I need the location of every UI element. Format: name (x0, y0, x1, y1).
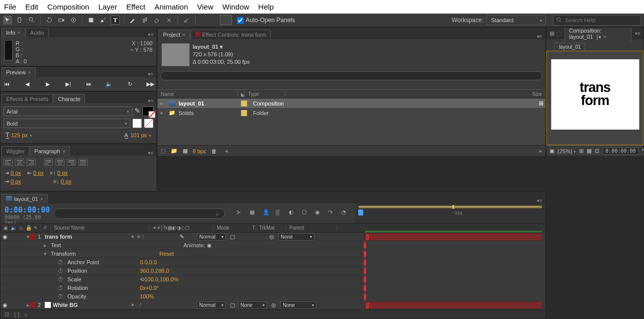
first-line-indent-value[interactable]: 0 px (11, 178, 21, 184)
project-search-input[interactable] (160, 71, 542, 80)
zoom-tool[interactable] (27, 16, 36, 25)
tab-character[interactable]: Characte (53, 94, 85, 103)
nested-comp-tab[interactable]: layout_01 (554, 43, 585, 51)
no-stroke-icon[interactable] (144, 119, 153, 128)
menu-composition[interactable]: Composition (47, 3, 89, 11)
viewer-timecode[interactable]: 0:00:00:00 (602, 147, 638, 155)
col-label[interactable]: ◣ (238, 91, 245, 97)
align-center-button[interactable] (15, 159, 24, 166)
toggle-switches-icon[interactable]: ⊡ (5, 311, 9, 317)
eyedropper-icon[interactable]: ✎ (134, 107, 140, 116)
first-frame-button[interactable]: ⏮ (3, 80, 11, 88)
zoom-dropdown[interactable]: (25%) (557, 148, 576, 154)
snap-icon[interactable]: ◔ (341, 209, 350, 218)
tab-info[interactable]: Info× (2, 28, 25, 37)
layer-transform-group[interactable]: ▾TransformReset (1, 250, 363, 258)
grid-icon[interactable]: ▦ (587, 148, 592, 154)
parent-pickwhip-icon[interactable]: ◎ (269, 234, 274, 240)
prop-value[interactable]: 360.0,288.0 (140, 268, 169, 274)
animate-menu[interactable]: Animate: ◉ (184, 242, 212, 249)
clone-tool[interactable] (140, 16, 149, 25)
edit-icon[interactable]: ✎ (180, 234, 184, 240)
parent-pickwhip-icon[interactable]: ◎ (271, 302, 276, 308)
justify-all-button[interactable] (78, 159, 88, 166)
col-size[interactable]: Size (285, 91, 545, 97)
workspace-dropdown[interactable]: Standard (487, 15, 546, 25)
camera-tool[interactable] (57, 16, 66, 25)
parent-dropdown[interactable]: None▾ (280, 301, 316, 309)
current-time-display[interactable]: 0:00:00:00 00000 (25.00 fps) (1, 203, 51, 223)
bpc-toggle[interactable]: 8 bpc (193, 148, 206, 154)
font-size-value[interactable]: 125 px (11, 132, 28, 138)
puppet-tool[interactable] (182, 16, 191, 25)
menu-layer[interactable]: Layer (98, 3, 117, 11)
snapshot-icon[interactable]: 📷 (642, 148, 644, 154)
auto-open-checkbox[interactable] (237, 17, 244, 24)
pen-tool[interactable] (99, 16, 108, 25)
stopwatch-icon[interactable]: ⏱ (56, 268, 65, 274)
justify-last-center-button[interactable] (55, 159, 64, 166)
panel-menu-icon[interactable]: ▾≡ (632, 31, 643, 36)
playhead[interactable] (358, 209, 363, 216)
prop-value[interactable]: 100% (140, 293, 154, 299)
viewer-lock-icon[interactable]: ▦ (549, 30, 554, 37)
tab-paragraph[interactable]: Paragraph× (30, 146, 70, 156)
trkmat-dropdown[interactable]: None▾ (238, 301, 267, 309)
new-folder-icon[interactable]: 📁 (171, 148, 178, 154)
indent-right-value[interactable]: 0 px (33, 170, 44, 176)
eraser-tool[interactable] (152, 16, 162, 25)
justify-last-right-button[interactable] (67, 159, 76, 166)
timeline-search-input[interactable] (54, 208, 225, 219)
project-comp-name[interactable]: layout_01 ▾ (193, 43, 250, 51)
prop-value[interactable]: 0.0,0.0 (140, 259, 157, 265)
auto-keyframe-icon[interactable]: ◉ (315, 209, 324, 218)
shy-icon[interactable]: 👤 (263, 209, 272, 218)
prop-value[interactable]: 100.0,100.0% (144, 276, 179, 282)
project-item-solids[interactable]: ▸📁 Solids Folder (157, 108, 545, 118)
leading-value[interactable]: 101 px (130, 132, 147, 138)
menu-animation[interactable]: Animation (154, 3, 188, 11)
preserve-transparency-toggle[interactable]: ▢ (230, 234, 235, 240)
panel-menu-icon[interactable]: ▾≡ (534, 34, 545, 39)
last-frame-button[interactable]: ⏭ (85, 80, 93, 88)
layer-color-swatch[interactable] (30, 234, 36, 240)
align-right-button[interactable] (27, 159, 36, 166)
help-search-input[interactable] (565, 17, 638, 23)
visibility-toggle[interactable]: ◉ (1, 302, 7, 308)
loop-button[interactable]: ↻ (126, 80, 134, 88)
trash-icon[interactable]: 🗑 (211, 148, 217, 154)
indent-left-value[interactable]: 0 px (11, 170, 21, 176)
timeline-tracks[interactable] (363, 233, 545, 309)
twirl-icon[interactable]: ▸ (25, 302, 30, 308)
res-full-icon[interactable]: ⊞ (579, 148, 584, 154)
prop-value[interactable]: 0x+0.0° (140, 285, 159, 291)
prop-anchor-point[interactable]: ⏱Anchor Point0.0,0.0 (1, 258, 363, 267)
pan-behind-tool[interactable] (69, 16, 78, 25)
justify-last-left-button[interactable] (44, 159, 53, 166)
tab-wiggler[interactable]: Wiggler (2, 146, 29, 156)
auto-open-panels-checkbox[interactable]: Auto-Open Panels (237, 17, 295, 24)
composition-viewport[interactable]: trans form (546, 51, 643, 145)
preserve-transparency-toggle[interactable]: ▢ (230, 302, 235, 308)
prop-scale[interactable]: ⏱Scale⟲ 100.0,100.0% (1, 275, 363, 284)
brainstorm-icon[interactable]: ⬡ (302, 209, 311, 218)
tab-effect-controls[interactable]: Effect Controls: trans form (191, 30, 271, 39)
col-type[interactable]: Type (245, 91, 285, 97)
twirl-icon[interactable]: ▾ (25, 234, 30, 240)
rectangle-tool[interactable] (87, 16, 96, 25)
menu-file[interactable]: File (4, 3, 16, 11)
graph-editor-icon[interactable]: ↷ (328, 209, 337, 218)
prop-rotation[interactable]: ⏱Rotation0x+0.0° (1, 284, 363, 292)
next-frame-button[interactable]: ▶| (64, 80, 72, 88)
menu-view[interactable]: View (197, 3, 213, 11)
hand-tool[interactable] (15, 16, 24, 25)
always-preview-icon[interactable]: ▣ (549, 148, 554, 154)
flowchart-icon[interactable]: ⊞ (539, 100, 545, 107)
space-after-value[interactable]: 0 px (61, 178, 71, 184)
layer-name[interactable]: trans form (45, 234, 72, 240)
align-left-button[interactable] (4, 159, 13, 166)
prev-frame-button[interactable]: ◀ (23, 80, 31, 88)
col-parent[interactable]: Parent (286, 225, 337, 231)
tab-preview[interactable]: Preview× (2, 67, 36, 77)
tab-composition-viewer[interactable]: Composition: layout_01│▾× (565, 27, 631, 41)
